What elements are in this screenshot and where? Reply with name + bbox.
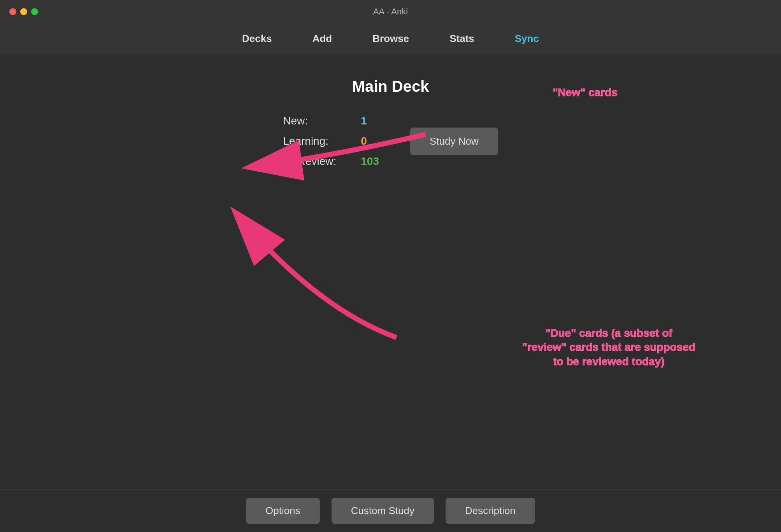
stat-row-learning: Learning: 0: [283, 135, 379, 147]
stats-block: New: 1 Learning: 0 To Review: 103: [283, 115, 379, 168]
close-button[interactable]: [9, 8, 16, 15]
description-button[interactable]: Description: [446, 498, 535, 524]
nav-stats[interactable]: Stats: [445, 30, 479, 48]
stat-row-review: To Review: 103: [283, 155, 379, 168]
stats-and-button: New: 1 Learning: 0 To Review: 103 Study …: [283, 115, 498, 168]
main-content: Main Deck New: 1 Learning: 0 To Review: …: [0, 54, 781, 489]
review-value: 103: [361, 155, 379, 168]
nav-sync[interactable]: Sync: [510, 30, 544, 48]
footer: Options Custom Study Description: [0, 489, 781, 532]
options-button[interactable]: Options: [246, 498, 320, 524]
traffic-lights: [9, 8, 38, 15]
titlebar: AA - Anki: [0, 0, 781, 23]
nav-browse[interactable]: Browse: [368, 30, 414, 48]
learning-value: 0: [361, 135, 367, 147]
new-cards-annotation: "New" cards: [553, 86, 618, 100]
nav-add[interactable]: Add: [308, 30, 337, 48]
due-cards-annotation: "Due" cards (a subset of"review" cards t…: [522, 312, 695, 369]
maximize-button[interactable]: [31, 8, 38, 15]
new-value: 1: [361, 115, 367, 127]
review-label: To Review:: [283, 155, 353, 168]
new-label: New:: [283, 115, 353, 127]
study-now-button[interactable]: Study Now: [410, 128, 498, 155]
learning-label: Learning:: [283, 135, 353, 147]
stat-row-new: New: 1: [283, 115, 379, 127]
nav-decks[interactable]: Decks: [237, 30, 277, 48]
minimize-button[interactable]: [20, 8, 27, 15]
deck-title: Main Deck: [352, 78, 429, 95]
custom-study-button[interactable]: Custom Study: [332, 498, 434, 524]
window-title: AA - Anki: [373, 7, 408, 17]
navbar: Decks Add Browse Stats Sync: [0, 23, 781, 54]
